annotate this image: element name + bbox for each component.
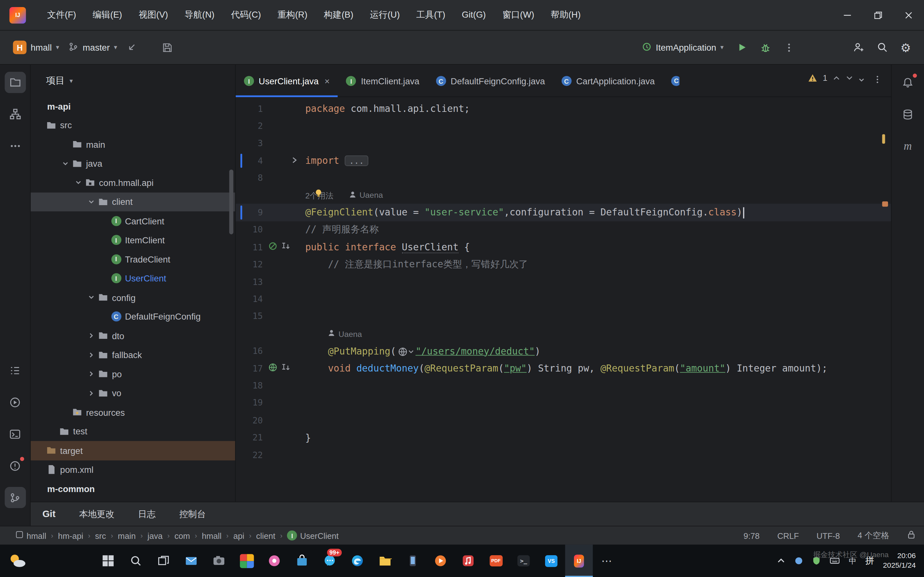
breadcrumb-hmall[interactable]: hmall: [13, 530, 48, 540]
menu-item-0[interactable]: 文件(F): [40, 6, 83, 23]
indent-setting[interactable]: 4 个空格: [858, 530, 889, 541]
taskbar-edge-browser-icon[interactable]: [344, 545, 371, 577]
branch-widget[interactable]: master ▾: [64, 38, 122, 57]
chevron-closed-icon[interactable]: [86, 390, 97, 396]
taskbar-start-button-icon[interactable]: [94, 545, 122, 577]
file-encoding[interactable]: UTF-8: [817, 531, 840, 540]
chevron-open-icon[interactable]: [86, 198, 97, 205]
tabs-dropdown-icon[interactable]: [858, 75, 865, 86]
tree-item-UserClient[interactable]: IUserClient: [31, 269, 235, 288]
git-bar-tab-控制台[interactable]: 控制台: [179, 508, 206, 520]
commit-structure-icon[interactable]: [5, 103, 26, 125]
impl-gutter-icon[interactable]: [280, 363, 290, 374]
chevron-open-icon[interactable]: [86, 294, 97, 301]
menu-item-9[interactable]: Git(G): [455, 6, 493, 23]
run-button[interactable]: [732, 37, 752, 57]
tree-item-pom.xml[interactable]: pom.xml: [31, 460, 235, 479]
taskbar-terminal-app-icon[interactable]: >_: [510, 545, 537, 577]
taskbar-more-apps-icon[interactable]: ⋯: [593, 545, 620, 577]
tree-item-TradeClient[interactable]: ITradeClient: [31, 250, 235, 269]
tab-close-icon[interactable]: ×: [325, 76, 330, 85]
taskbar-pdf-reader-icon[interactable]: PDF: [482, 545, 509, 577]
tray-lang-icon[interactable]: 中: [849, 556, 857, 566]
tree-item-m-api[interactable]: m-api: [31, 97, 235, 116]
tree-item-client[interactable]: client: [31, 192, 235, 211]
tree-item-vo[interactable]: vo: [31, 384, 235, 403]
breadcrumb-api[interactable]: api: [231, 531, 247, 540]
menu-item-2[interactable]: 视图(V): [132, 6, 175, 23]
nostop-gutter-icon[interactable]: [268, 242, 278, 253]
more-actions-icon[interactable]: [779, 37, 799, 57]
editor-tab-DefaultFeignConfig.java[interactable]: CDefaultFeignConfig.java: [428, 65, 553, 97]
line-ending[interactable]: CRLF: [777, 531, 799, 540]
menu-item-1[interactable]: 编辑(E): [86, 6, 129, 23]
breadcrumb-java[interactable]: java: [145, 531, 165, 540]
tree-item-src[interactable]: src: [31, 116, 235, 135]
tree-item-dto[interactable]: dto: [31, 326, 235, 346]
taskbar-paint-icon[interactable]: [260, 545, 288, 577]
breadcrumb-hm-api[interactable]: hm-api: [56, 531, 86, 540]
tray-security-icon[interactable]: [813, 556, 821, 566]
project-widget[interactable]: H hmall ▾: [8, 37, 64, 58]
chevron-closed-icon[interactable]: [86, 371, 97, 378]
git-author-inlay[interactable]: Uaena: [349, 190, 383, 200]
taskbar-phone-link-icon[interactable]: [399, 545, 426, 577]
menu-item-4[interactable]: 代码(C): [224, 6, 268, 23]
update-project-icon[interactable]: [122, 37, 142, 57]
tree-item-CartClient[interactable]: ICartClient: [31, 211, 235, 230]
services-run-icon[interactable]: [5, 392, 26, 413]
tree-item-ItemClient[interactable]: IItemClient: [31, 230, 235, 250]
taskbar-intellij-idea-icon[interactable]: IJ: [565, 545, 593, 577]
tree-item-m-common[interactable]: m-common: [31, 479, 235, 498]
editor-tab-UserClient.java[interactable]: IUserClient.java×: [236, 65, 338, 97]
editor-tab-ItemClient.java[interactable]: IItemClient.java: [338, 65, 428, 97]
taskbar-store-icon[interactable]: [288, 545, 316, 577]
database-icon[interactable]: [897, 103, 918, 125]
globe-gutter-icon[interactable]: [268, 363, 278, 374]
breadcrumb-com[interactable]: com: [172, 531, 192, 540]
maven-icon[interactable]: m: [897, 135, 918, 156]
tree-item-po[interactable]: po: [31, 364, 235, 384]
notifications-bell-icon[interactable]: [897, 72, 918, 93]
version-control-git-icon[interactable]: [5, 487, 26, 508]
fold-arrow-icon[interactable]: [290, 155, 298, 166]
tree-item-java[interactable]: java: [31, 154, 235, 173]
minimize-button[interactable]: [832, 0, 863, 31]
menu-item-10[interactable]: 窗口(W): [495, 6, 541, 23]
tree-item-DefaultFeignConfig[interactable]: CDefaultFeignConfig: [31, 307, 235, 326]
tree-item-config[interactable]: config: [31, 288, 235, 307]
git-author-inlay[interactable]: Uaena: [328, 329, 362, 338]
breadcrumb-main[interactable]: main: [115, 531, 138, 540]
git-tab[interactable]: Git: [42, 509, 55, 519]
code-with-me-icon[interactable]: [849, 37, 869, 57]
ime-indicator[interactable]: 拼: [865, 555, 874, 566]
git-bar-tab-本地更改[interactable]: 本地更改: [79, 508, 115, 520]
menu-item-7[interactable]: 运行(U): [363, 6, 407, 23]
breadcrumb-client[interactable]: client: [254, 531, 278, 540]
run-configuration-widget[interactable]: ItemApplication ▾: [637, 38, 728, 57]
menu-item-3[interactable]: 导航(N): [178, 6, 221, 23]
taskbar-vscode-icon[interactable]: VS: [537, 545, 565, 577]
menu-item-6[interactable]: 构建(B): [317, 6, 360, 23]
tabs-more-icon[interactable]: [873, 75, 882, 86]
tree-item-target[interactable]: target: [31, 441, 235, 460]
taskbar-camera-icon[interactable]: [205, 545, 233, 577]
chevron-closed-icon[interactable]: [86, 351, 97, 358]
taskbar-search-icon[interactable]: [122, 545, 150, 577]
tree-item-test[interactable]: test: [31, 422, 235, 441]
tree-item-main[interactable]: main: [31, 135, 235, 154]
terminal-icon[interactable]: [5, 424, 26, 445]
chevron-down-icon[interactable]: ▾: [69, 77, 73, 85]
chevron-closed-icon[interactable]: [86, 332, 97, 339]
search-everywhere-icon[interactable]: [872, 37, 892, 57]
problems-icon[interactable]: [5, 455, 26, 476]
more-tool-windows-icon[interactable]: [5, 135, 26, 156]
taskbar-task-view-icon[interactable]: [150, 545, 178, 577]
tree-item-fallback[interactable]: fallback: [31, 345, 235, 364]
menu-item-11[interactable]: 帮助(H): [544, 6, 588, 23]
tray-keyboard-icon[interactable]: [830, 556, 840, 566]
chevron-open-icon[interactable]: [73, 179, 84, 186]
menu-item-5[interactable]: 重构(R): [270, 6, 314, 23]
impl-gutter-icon[interactable]: [280, 242, 290, 253]
editor-tab-clipped[interactable]: C: [663, 65, 680, 97]
